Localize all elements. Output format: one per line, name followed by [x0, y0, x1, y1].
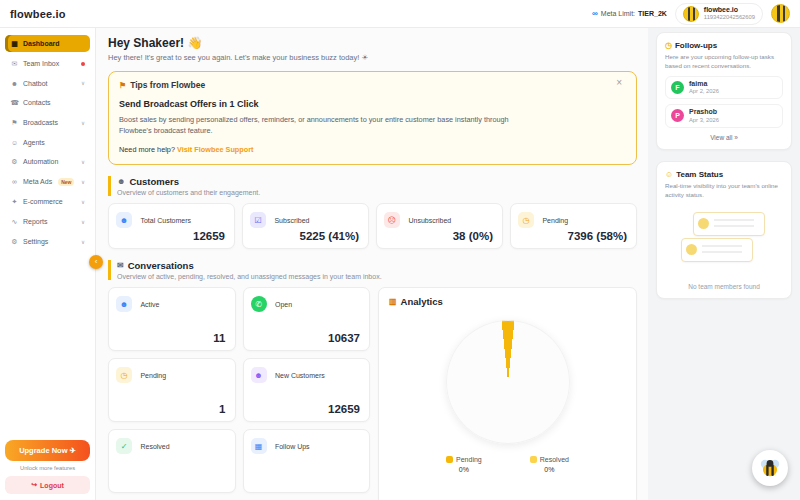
chevron-down-icon: ∨ [81, 80, 85, 86]
contacts-icon: ☎ [10, 99, 19, 107]
sidebar-item-contacts[interactable]: ☎ Contacts [5, 94, 90, 111]
stat-label: Open [275, 301, 292, 308]
greeting-subtitle: Hey there! It's great to see you again. … [108, 53, 637, 62]
help-prefix: Need more help? [119, 145, 175, 154]
conv-card-active: ☻ Active 11 [108, 287, 236, 351]
meta-ads-icon: ∞ [10, 178, 19, 185]
stat-label: Active [140, 301, 159, 308]
ecommerce-icon: ✦ [10, 198, 19, 206]
sidebar-item-ecommerce[interactable]: ✦ E-commerce ∨ [5, 193, 90, 210]
sidebar-item-label: Agents [23, 139, 45, 146]
customers-stats-grid: ☻ Total Customers 12659 ☑ Subscribed 522… [108, 203, 637, 249]
unlock-features-text: Unlock more features [5, 465, 90, 471]
followup-info: faima Apr 2, 2026 [689, 80, 719, 95]
calendar-icon: ▦ [251, 438, 267, 454]
close-icon[interactable]: × [610, 77, 628, 89]
profile-avatar[interactable] [771, 4, 790, 23]
chevron-down-icon: ∨ [81, 120, 85, 126]
sidebar-item-broadcasts[interactable]: ⚑ Broadcasts ∨ [5, 114, 90, 131]
conv-card-follow-ups: ▦ Follow Ups [243, 429, 371, 493]
sidebar-item-team-inbox[interactable]: ✉ Team Inbox [5, 55, 90, 72]
sidebar-item-dashboard[interactable]: ▦ Dashboard [5, 35, 90, 52]
followups-subtitle: Here are your upcoming follow-up tasks b… [665, 53, 783, 71]
followup-name: Prashob [689, 108, 719, 116]
meta-limit-value: TIER_2K [638, 10, 667, 17]
sidebar-item-label: Meta Ads [23, 178, 52, 185]
conv-card-open: ✆ Open 10637 [243, 287, 371, 351]
upgrade-label: Upgrade Now [19, 446, 67, 455]
stat-card-total-customers: ☻ Total Customers 12659 [108, 203, 235, 249]
users-icon: ☻ [117, 177, 125, 186]
sidebar-item-label: E-commerce [23, 198, 63, 205]
account-pill[interactable]: flowbee.io 1193422042562609 [675, 3, 763, 25]
sidebar-item-label: Broadcasts [23, 119, 58, 126]
team-status-title: ☺ Team Status [665, 170, 783, 179]
stat-value: 5225 (41%) [300, 230, 359, 242]
account-name: flowbee.io [704, 6, 755, 14]
inbox-icon: ✉ [10, 60, 19, 68]
whatsapp-icon: ✆ [251, 296, 267, 312]
customers-title: ☻ Customers [117, 176, 637, 187]
conv-card-new-customers: ☻ New Customers 12659 [243, 358, 371, 422]
legend-item-resolved: Resolved 0% [530, 456, 569, 473]
sidebar-item-reports[interactable]: ∿ Reports ∨ [5, 213, 90, 230]
sidebar-item-meta-ads[interactable]: ∞ Meta Ads New ∨ [5, 173, 90, 190]
new-customers-icon: ☻ [251, 367, 267, 383]
view-all-link[interactable]: View all » [665, 134, 783, 141]
analytics-title-text: Analytics [401, 296, 443, 307]
meta-limit-badge: ∞ Meta Limit: TIER_2K [592, 9, 667, 18]
sidebar-item-chatbot[interactable]: ☻ Chatbot ∨ [5, 75, 90, 91]
settings-icon: ⚙ [10, 238, 19, 246]
sidebar-collapse-toggle[interactable]: ‹ [89, 255, 103, 269]
followup-date: Apr 2, 2026 [689, 88, 719, 95]
meta-icon: ∞ [592, 9, 598, 18]
megaphone-icon: ⚑ [119, 81, 126, 90]
followup-name: faima [689, 80, 719, 88]
analytics-card: ▥ Analytics Pending 0% [378, 287, 637, 500]
sidebar-item-label: Team Inbox [23, 60, 59, 67]
chat-icon: ✉ [117, 261, 124, 270]
illustration-card [681, 238, 753, 262]
sidebar-item-settings[interactable]: ⚙ Settings ∨ [5, 233, 90, 250]
new-badge: New [58, 178, 74, 186]
active-icon: ☻ [116, 296, 132, 312]
pending-swatch [446, 456, 453, 463]
sidebar-item-automation[interactable]: ⚙ Automation ∨ [5, 153, 90, 170]
conversations-subtitle: Overview of active, pending, resolved, a… [117, 273, 637, 280]
sidebar-item-agents[interactable]: ☺ Agents [5, 134, 90, 150]
tips-card: ⚑ Tips from Flowbee × Send Broadcast Off… [108, 71, 637, 165]
empty-state-illustration [665, 210, 783, 274]
stat-label: New Customers [275, 372, 325, 379]
sidebar-item-label: Settings [23, 238, 48, 245]
agents-icon: ☺ [10, 139, 19, 146]
stat-label: Resolved [140, 443, 169, 450]
conv-card-pending: ◷ Pending 1 [108, 358, 236, 422]
stat-value: 1 [219, 403, 225, 415]
chevron-down-icon: ∨ [81, 239, 85, 245]
chat-widget-bee[interactable] [752, 450, 788, 486]
upgrade-now-button[interactable]: Upgrade Now ✈ [5, 440, 90, 461]
followup-item[interactable]: P Prashob Apr 3, 2026 [665, 104, 783, 127]
logout-label: Logout [40, 482, 64, 489]
stat-label: Pending [140, 372, 166, 379]
stat-label: Unsubscribed [408, 217, 451, 224]
sidebar-item-label: Chatbot [23, 80, 48, 87]
app-root: flowbee.io ∞ Meta Limit: TIER_2K flowbee… [0, 0, 800, 500]
followup-item[interactable]: F faima Apr 2, 2026 [665, 76, 783, 99]
tips-body: Boost sales by sending personalized offe… [119, 114, 514, 137]
account-bee-avatar [683, 6, 699, 22]
sidebar-item-label: Reports [23, 218, 48, 225]
team-status-subtitle: Real-time visibility into your team's on… [665, 182, 783, 200]
flowbee-support-link[interactable]: Visit Flowbee Support [177, 145, 254, 154]
resolved-swatch [530, 456, 537, 463]
customers-title-text: Customers [129, 176, 179, 187]
account-id: 1193422042562609 [704, 14, 755, 20]
stat-value: 38 (0%) [453, 230, 493, 242]
followups-card: ◷ Follow-ups Here are your upcoming foll… [656, 32, 792, 150]
main-content: Hey Shakeer! 👋 Hey there! It's great to … [96, 28, 648, 500]
logout-button[interactable]: ↪ Logout [5, 476, 90, 494]
automation-icon: ⚙ [10, 158, 19, 166]
illustration-card [693, 212, 765, 236]
logo[interactable]: flowbee.io [10, 8, 66, 20]
notification-dot [81, 62, 85, 66]
